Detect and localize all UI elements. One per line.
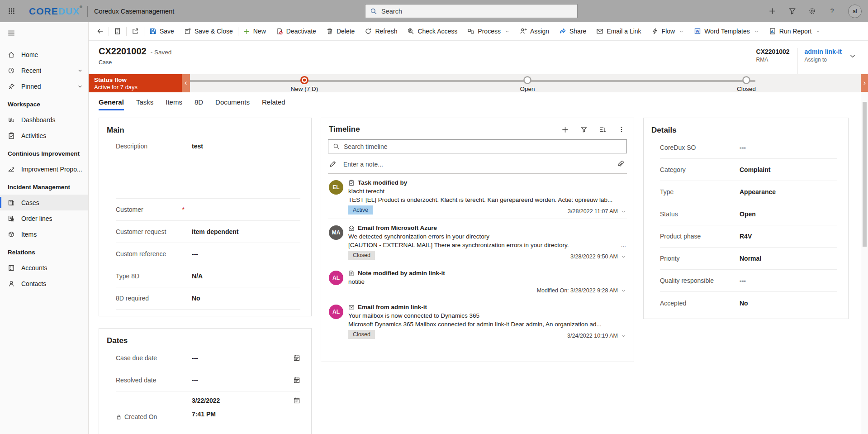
accepted-value[interactable]: No <box>740 300 837 307</box>
chevron-down-icon[interactable] <box>505 29 510 34</box>
main-section-card: Main Description test Customer* <box>99 118 312 316</box>
bpf-stage-new[interactable]: New (7 D) <box>273 75 336 92</box>
8d-required-value[interactable]: No <box>192 295 300 302</box>
chevron-down-icon[interactable] <box>754 29 759 34</box>
tab-items[interactable]: Items <box>166 98 182 110</box>
process-button[interactable]: Process <box>462 22 515 40</box>
trend-chart-icon <box>8 166 15 173</box>
bpf-next-stage-button[interactable] <box>861 74 868 92</box>
tab-related[interactable]: Related <box>262 98 285 110</box>
field-custom-reference: Custom reference --- <box>116 243 300 265</box>
check-access-button[interactable]: Check Access <box>402 22 462 40</box>
chevron-down-icon[interactable] <box>621 209 626 214</box>
stage-active-marker-icon <box>299 75 309 85</box>
chevron-down-icon[interactable] <box>77 68 83 73</box>
quick-create-plus-icon[interactable] <box>768 7 776 15</box>
status-value[interactable]: Open <box>740 210 837 218</box>
sidebar-item-home[interactable]: Home <box>0 47 88 62</box>
field-priority: Priority Normal <box>660 248 837 270</box>
category-value[interactable]: Complaint <box>740 166 837 173</box>
scrollbar-thumb[interactable] <box>863 102 867 247</box>
run-report-button[interactable]: Run Report <box>764 22 826 40</box>
assign-button[interactable]: Assign <box>515 22 554 40</box>
form-content: General Tasks Items 8D Documents Related… <box>89 92 868 434</box>
tab-documents[interactable]: Documents <box>215 98 250 110</box>
gear-icon[interactable] <box>808 7 816 15</box>
calendar-icon[interactable] <box>293 377 300 384</box>
tab-8d[interactable]: 8D <box>194 98 203 110</box>
priority-value[interactable]: Normal <box>740 255 837 262</box>
save-button[interactable]: Save <box>144 22 179 40</box>
bpf-stage-open[interactable]: Open <box>496 75 559 92</box>
product-phase-value[interactable]: R4V <box>740 233 837 240</box>
help-icon[interactable] <box>828 7 836 15</box>
back-button[interactable] <box>91 22 109 40</box>
description-value[interactable]: test <box>192 143 300 150</box>
timeline-entry-email-admin[interactable]: AL Email from admin link-it Your mailbox… <box>328 298 627 343</box>
sidebar-group-continious-improvement: Continious Improvement <box>0 143 88 161</box>
timeline-sort-icon[interactable] <box>599 126 607 134</box>
chevron-down-icon[interactable] <box>679 29 684 34</box>
vertical-scrollbar[interactable] <box>861 92 868 434</box>
calendar-icon[interactable] <box>293 397 300 404</box>
customer-request-value[interactable]: Item dependent <box>192 228 300 235</box>
delete-button[interactable]: Delete <box>321 22 360 40</box>
timeline-more-icon[interactable] <box>618 126 625 133</box>
header-expand-chevron-icon[interactable] <box>849 52 856 60</box>
flow-button[interactable]: Flow <box>646 22 689 40</box>
sidebar-item-dashboards[interactable]: Dashboards <box>0 112 88 128</box>
timeline-entry-email-azure[interactable]: MA Email from Microsoft Azure We detecte… <box>328 219 627 264</box>
quality-responsible-value[interactable]: --- <box>740 277 837 284</box>
new-button[interactable]: New <box>238 22 271 40</box>
email-a-link-button[interactable]: Email a Link <box>591 22 646 40</box>
sidebar-item-order-lines[interactable]: Order lines <box>0 210 88 226</box>
calendar-icon[interactable] <box>293 354 300 362</box>
sidebar-item-activities[interactable]: Activities <box>0 128 88 143</box>
word-templates-button[interactable]: Word Templates <box>689 22 764 40</box>
app-launcher-button[interactable] <box>0 0 23 22</box>
sidebar-item-recent[interactable]: Recent <box>0 62 88 78</box>
sidebar-item-improvement-proposals[interactable]: Improvement Propo... <box>0 161 88 177</box>
type-value[interactable]: Appearance <box>740 188 837 196</box>
paperclip-icon[interactable] <box>617 160 624 168</box>
global-search-input[interactable]: Search <box>365 4 578 18</box>
hamburger-menu-button[interactable] <box>0 25 88 41</box>
timeline-add-icon[interactable] <box>561 126 569 134</box>
sidebar-item-contacts[interactable]: Contacts <box>0 276 88 291</box>
deactivate-button[interactable]: Deactivate <box>271 22 321 40</box>
chevron-down-icon[interactable] <box>621 334 626 339</box>
expand-ellipsis[interactable]: ... <box>621 242 626 248</box>
pin-icon <box>8 83 15 90</box>
bpf-track: New (7 D) Open Closed <box>190 74 861 92</box>
resolved-date-value[interactable]: --- <box>192 377 289 384</box>
timeline-note-input[interactable]: Enter a note... <box>328 153 627 174</box>
tab-general[interactable]: General <box>99 98 124 110</box>
bpf-collapse-button[interactable] <box>182 74 190 92</box>
sidebar-item-pinned[interactable]: Pinned <box>0 78 88 94</box>
chevron-down-icon[interactable] <box>816 29 821 34</box>
timeline-entry-note[interactable]: AL Note modified by admin link-it notiti… <box>328 264 627 298</box>
user-avatar[interactable]: al <box>848 5 862 18</box>
chevron-down-icon[interactable] <box>621 288 626 293</box>
open-in-new-window-button[interactable] <box>127 22 144 40</box>
header-owner-link[interactable]: admin link-it <box>805 48 842 55</box>
refresh-button[interactable]: Refresh <box>360 22 402 40</box>
show-form-button[interactable] <box>109 22 126 40</box>
case-due-date-value[interactable]: --- <box>192 354 289 362</box>
bpf-stage-closed[interactable]: Closed <box>715 75 778 92</box>
save-and-close-button[interactable]: Save & Close <box>179 22 238 40</box>
coredux-so-value[interactable]: --- <box>740 144 837 151</box>
timeline-filter-icon[interactable] <box>580 126 588 133</box>
chevron-down-icon[interactable] <box>621 254 626 259</box>
sidebar-item-cases[interactable]: Cases <box>0 195 88 210</box>
timeline-entry-task[interactable]: EL Task modified by klacht terecht TEST … <box>328 174 627 219</box>
tab-tasks[interactable]: Tasks <box>136 98 153 110</box>
share-button[interactable]: Share <box>554 22 591 40</box>
chevron-down-icon[interactable] <box>77 84 83 89</box>
sidebar-item-items[interactable]: Items <box>0 226 88 242</box>
custom-reference-value[interactable]: --- <box>192 250 300 258</box>
type-8d-value[interactable]: N/A <box>192 272 300 280</box>
filter-icon[interactable] <box>788 7 796 15</box>
sidebar-item-accounts[interactable]: Accounts <box>0 260 88 276</box>
timeline-search-input[interactable]: Search timeline <box>328 139 627 153</box>
